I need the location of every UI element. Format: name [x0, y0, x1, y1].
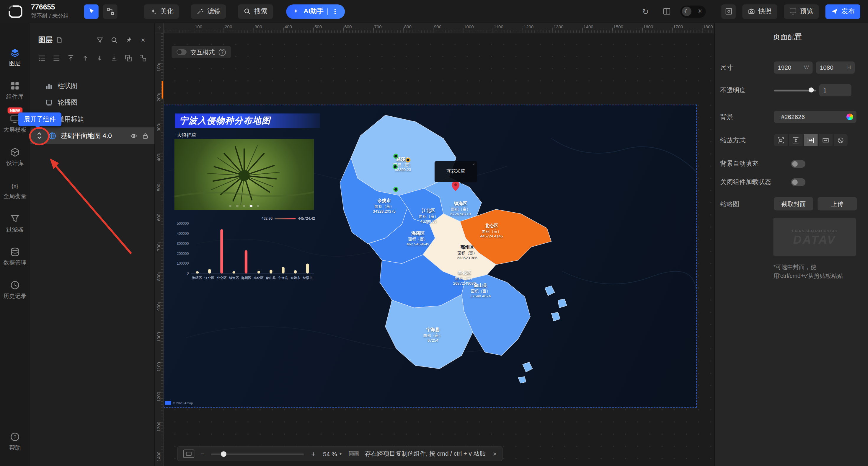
horizontal-ruler[interactable]: 1002003004005006007008009001000110012001…: [164, 23, 714, 33]
capture-cover-button[interactable]: 截取封面: [774, 197, 813, 211]
project-info: 776655 郭不耐 / 未分组: [31, 4, 69, 19]
carousel-dot[interactable]: [257, 205, 259, 207]
layout-columns-icon[interactable]: [659, 4, 674, 19]
fit-canvas-icon[interactable]: [183, 450, 194, 458]
chart-baseline: [191, 274, 314, 274]
layer-row-base-flat-map[interactable]: 基础平面地图 4.0: [30, 127, 154, 144]
color-picker-swatch[interactable]: [846, 114, 853, 120]
scale-fit-height-icon[interactable]: [789, 134, 803, 146]
move-bottom-icon[interactable]: [110, 54, 118, 62]
sidebar-item-components[interactable]: 组件库: [0, 76, 30, 105]
carousel-dot[interactable]: [236, 205, 238, 207]
zoom-slider[interactable]: [211, 453, 304, 455]
zoom-level-dropdown[interactable]: 54 % ▼: [323, 451, 342, 457]
search-button[interactable]: 搜索: [238, 4, 273, 19]
island-3: [523, 362, 533, 372]
opacity-slider[interactable]: [774, 90, 816, 91]
ruler-number: 1500: [614, 25, 623, 30]
move-top-icon[interactable]: [67, 54, 75, 62]
sidebar-item-data-management[interactable]: 数据管理: [0, 243, 30, 271]
filter-layers-icon[interactable]: [96, 36, 103, 43]
carousel-dot[interactable]: [243, 205, 245, 207]
zoom-out-icon[interactable]: −: [200, 450, 205, 458]
move-down-icon[interactable]: [96, 54, 103, 62]
ungroup-icon[interactable]: [139, 54, 147, 62]
screen-title: 宁波入侵物种分布地图: [180, 115, 271, 126]
zoom-in-icon[interactable]: ＋: [310, 449, 317, 459]
layer-row-carousel[interactable]: 轮播图: [30, 94, 154, 111]
close-panel-icon[interactable]: ×: [140, 36, 147, 43]
height-input[interactable]: 1080 H: [816, 61, 855, 73]
region-江北区: [399, 188, 443, 224]
bar-慈溪市: [306, 264, 309, 274]
clipboard-note: *可选中封面，使用'ctrl/cmd+v'从剪贴板粘贴: [773, 262, 856, 281]
sidebar-item-help[interactable]: ? 帮助: [0, 428, 30, 457]
pin-panel-icon[interactable]: [125, 36, 132, 43]
history-refresh-icon[interactable]: ↻: [638, 4, 653, 19]
ai-more-icon[interactable]: ⋮: [332, 7, 339, 15]
map-label-余姚市: 余姚市面积（亩）34328.20375: [363, 198, 406, 214]
expand-children-icon[interactable]: [35, 131, 44, 140]
carousel-dot[interactable]: [229, 205, 231, 207]
tooltip-close-icon[interactable]: ×: [473, 162, 475, 166]
bg-autofill-toggle[interactable]: [791, 160, 805, 167]
interaction-mode-switch[interactable]: [177, 49, 187, 55]
ai-assistant-button[interactable]: AI助手 ⋮: [286, 4, 345, 19]
top-bar: 776655 郭不耐 / 未分组 美化: [0, 0, 868, 23]
ruler-selection-marker: [162, 81, 163, 99]
interaction-mode-toggle[interactable]: 交互模式 ?: [172, 46, 231, 58]
carousel-dot[interactable]: [250, 205, 252, 207]
canvas-edit-tool-button[interactable]: [85, 4, 99, 19]
layers-panel-header: 图层 ×: [30, 33, 154, 46]
ruler-number: 1000: [464, 25, 473, 30]
help-question-icon[interactable]: ?: [219, 49, 226, 56]
sidebar-item-design-library[interactable]: 设计库: [0, 143, 30, 172]
move-up-icon[interactable]: [82, 54, 89, 62]
sidebar-item-layers[interactable]: 图层: [0, 43, 30, 72]
app-logo-icon[interactable]: [8, 4, 23, 19]
background-color-input[interactable]: #262626: [774, 111, 856, 123]
layer-row-bar-chart[interactable]: 柱状图: [30, 77, 154, 94]
snapshot-panel-icon[interactable]: [721, 4, 736, 19]
design-icon: [10, 147, 20, 157]
ruler-corner[interactable]: ⊹: [155, 23, 164, 33]
sidebar-item-global-variables[interactable]: {x}全局变量: [0, 176, 30, 205]
vertical-ruler[interactable]: 1002003004005006007008009001000110012001…: [155, 33, 164, 466]
chart-ytick: 200000: [175, 251, 189, 255]
map-component-artboard[interactable]: 宁波入侵物种分布地图 大狼把草: [164, 105, 696, 407]
group-icon[interactable]: [125, 54, 132, 62]
sidebar-item-history[interactable]: 历史记录: [0, 276, 30, 305]
loading-state-toggle[interactable]: [791, 178, 805, 186]
preview-button[interactable]: 预览: [784, 4, 819, 19]
theme-toggle[interactable]: ☾ ☀: [680, 5, 706, 18]
width-input[interactable]: 1920 W: [774, 61, 812, 73]
opacity-input[interactable]: 1: [819, 84, 851, 96]
search-layers-icon[interactable]: [111, 36, 118, 43]
upload-button[interactable]: 上传: [817, 197, 857, 211]
visibility-icon[interactable]: [130, 132, 137, 139]
sidebar-item-label: 帮助: [9, 444, 21, 452]
publish-button[interactable]: 发布: [826, 4, 860, 19]
map-label-鄞州区: 鄞州区面积（亩）233523.386: [445, 245, 489, 261]
snapshot-button[interactable]: 快照: [742, 4, 777, 19]
node-edit-tool-button[interactable]: [103, 4, 118, 19]
filter-effects-button[interactable]: 滤镜: [191, 4, 226, 19]
tree-view-icon[interactable]: [38, 54, 46, 62]
scale-fullscreen-icon[interactable]: [774, 134, 788, 146]
lock-icon[interactable]: [142, 132, 149, 139]
sidebar-item-filters[interactable]: 过滤器: [0, 209, 30, 238]
zoom-slider-knob[interactable]: [221, 451, 226, 457]
scale-fit-width-icon[interactable]: [804, 134, 818, 146]
message-close-icon[interactable]: ×: [493, 450, 497, 458]
list-view-icon[interactable]: [53, 54, 60, 62]
region-奉化区: [380, 255, 465, 308]
opacity-slider-knob[interactable]: [809, 87, 814, 92]
beautify-button[interactable]: 美化: [144, 4, 179, 19]
chart-xtick: 江北区: [203, 276, 216, 281]
keyboard-shortcuts-icon[interactable]: ⌨: [349, 450, 359, 458]
bar-北仑区: [220, 229, 223, 274]
scale-mode-group: [774, 134, 847, 146]
scale-none-icon[interactable]: [834, 134, 848, 146]
sun-icon: ☀: [697, 8, 703, 15]
scale-stretch-icon[interactable]: [819, 134, 833, 146]
